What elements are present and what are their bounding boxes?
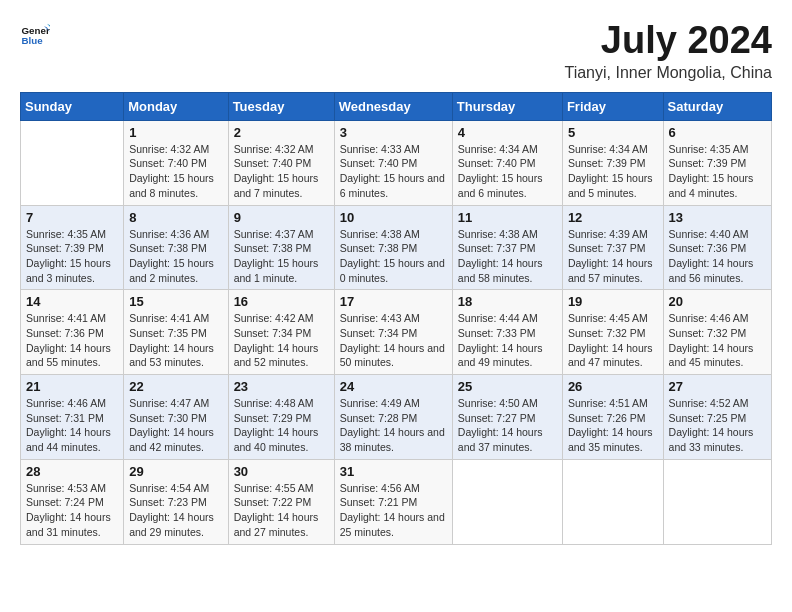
day-number: 4: [458, 125, 557, 140]
sunset-text: Sunset: 7:35 PM: [129, 326, 222, 341]
day-detail: Sunrise: 4:38 AMSunset: 7:38 PMDaylight:…: [340, 227, 447, 286]
day-detail: Sunrise: 4:38 AMSunset: 7:37 PMDaylight:…: [458, 227, 557, 286]
sunset-text: Sunset: 7:40 PM: [129, 156, 222, 171]
sunrise-text: Sunrise: 4:54 AM: [129, 481, 222, 496]
sunrise-text: Sunrise: 4:32 AM: [234, 142, 329, 157]
day-number: 8: [129, 210, 222, 225]
daylight-text: Daylight: 14 hours and 52 minutes.: [234, 341, 329, 370]
day-cell: 3Sunrise: 4:33 AMSunset: 7:40 PMDaylight…: [334, 120, 452, 205]
day-cell: [562, 459, 663, 544]
sunrise-text: Sunrise: 4:41 AM: [26, 311, 118, 326]
sunrise-text: Sunrise: 4:39 AM: [568, 227, 658, 242]
daylight-text: Daylight: 14 hours and 55 minutes.: [26, 341, 118, 370]
day-cell: 1Sunrise: 4:32 AMSunset: 7:40 PMDaylight…: [124, 120, 228, 205]
day-cell: 10Sunrise: 4:38 AMSunset: 7:38 PMDayligh…: [334, 205, 452, 290]
svg-text:Blue: Blue: [22, 35, 44, 46]
day-number: 26: [568, 379, 658, 394]
sunrise-text: Sunrise: 4:35 AM: [26, 227, 118, 242]
day-cell: 8Sunrise: 4:36 AMSunset: 7:38 PMDaylight…: [124, 205, 228, 290]
logo: General Blue: [20, 20, 50, 50]
sunrise-text: Sunrise: 4:32 AM: [129, 142, 222, 157]
day-detail: Sunrise: 4:44 AMSunset: 7:33 PMDaylight:…: [458, 311, 557, 370]
day-number: 30: [234, 464, 329, 479]
sunrise-text: Sunrise: 4:49 AM: [340, 396, 447, 411]
day-detail: Sunrise: 4:46 AMSunset: 7:32 PMDaylight:…: [669, 311, 766, 370]
column-header-tuesday: Tuesday: [228, 92, 334, 120]
sunrise-text: Sunrise: 4:43 AM: [340, 311, 447, 326]
day-number: 13: [669, 210, 766, 225]
daylight-text: Daylight: 15 hours and 1 minute.: [234, 256, 329, 285]
day-number: 23: [234, 379, 329, 394]
week-row-4: 21Sunrise: 4:46 AMSunset: 7:31 PMDayligh…: [21, 375, 772, 460]
daylight-text: Daylight: 14 hours and 40 minutes.: [234, 425, 329, 454]
day-cell: 23Sunrise: 4:48 AMSunset: 7:29 PMDayligh…: [228, 375, 334, 460]
day-number: 9: [234, 210, 329, 225]
sunset-text: Sunset: 7:39 PM: [26, 241, 118, 256]
day-cell: 24Sunrise: 4:49 AMSunset: 7:28 PMDayligh…: [334, 375, 452, 460]
sunrise-text: Sunrise: 4:46 AM: [669, 311, 766, 326]
day-detail: Sunrise: 4:41 AMSunset: 7:35 PMDaylight:…: [129, 311, 222, 370]
daylight-text: Daylight: 14 hours and 29 minutes.: [129, 510, 222, 539]
daylight-text: Daylight: 15 hours and 4 minutes.: [669, 171, 766, 200]
sunset-text: Sunset: 7:23 PM: [129, 495, 222, 510]
main-title: July 2024: [564, 20, 772, 62]
day-cell: 22Sunrise: 4:47 AMSunset: 7:30 PMDayligh…: [124, 375, 228, 460]
sunrise-text: Sunrise: 4:48 AM: [234, 396, 329, 411]
day-cell: 18Sunrise: 4:44 AMSunset: 7:33 PMDayligh…: [452, 290, 562, 375]
logo-icon: General Blue: [20, 20, 50, 50]
day-cell: 19Sunrise: 4:45 AMSunset: 7:32 PMDayligh…: [562, 290, 663, 375]
sunset-text: Sunset: 7:32 PM: [669, 326, 766, 341]
week-row-3: 14Sunrise: 4:41 AMSunset: 7:36 PMDayligh…: [21, 290, 772, 375]
day-detail: Sunrise: 4:34 AMSunset: 7:40 PMDaylight:…: [458, 142, 557, 201]
day-detail: Sunrise: 4:55 AMSunset: 7:22 PMDaylight:…: [234, 481, 329, 540]
daylight-text: Daylight: 14 hours and 58 minutes.: [458, 256, 557, 285]
sunrise-text: Sunrise: 4:50 AM: [458, 396, 557, 411]
day-number: 11: [458, 210, 557, 225]
daylight-text: Daylight: 14 hours and 33 minutes.: [669, 425, 766, 454]
week-row-1: 1Sunrise: 4:32 AMSunset: 7:40 PMDaylight…: [21, 120, 772, 205]
sunset-text: Sunset: 7:38 PM: [129, 241, 222, 256]
day-cell: 2Sunrise: 4:32 AMSunset: 7:40 PMDaylight…: [228, 120, 334, 205]
daylight-text: Daylight: 14 hours and 31 minutes.: [26, 510, 118, 539]
column-header-sunday: Sunday: [21, 92, 124, 120]
daylight-text: Daylight: 15 hours and 7 minutes.: [234, 171, 329, 200]
day-number: 17: [340, 294, 447, 309]
day-cell: 28Sunrise: 4:53 AMSunset: 7:24 PMDayligh…: [21, 459, 124, 544]
day-number: 20: [669, 294, 766, 309]
sunrise-text: Sunrise: 4:42 AM: [234, 311, 329, 326]
day-detail: Sunrise: 4:37 AMSunset: 7:38 PMDaylight:…: [234, 227, 329, 286]
daylight-text: Daylight: 14 hours and 44 minutes.: [26, 425, 118, 454]
day-cell: [21, 120, 124, 205]
daylight-text: Daylight: 14 hours and 42 minutes.: [129, 425, 222, 454]
day-cell: 5Sunrise: 4:34 AMSunset: 7:39 PMDaylight…: [562, 120, 663, 205]
daylight-text: Daylight: 14 hours and 47 minutes.: [568, 341, 658, 370]
sunrise-text: Sunrise: 4:33 AM: [340, 142, 447, 157]
sunset-text: Sunset: 7:21 PM: [340, 495, 447, 510]
daylight-text: Daylight: 15 hours and 6 minutes.: [458, 171, 557, 200]
day-detail: Sunrise: 4:42 AMSunset: 7:34 PMDaylight:…: [234, 311, 329, 370]
day-cell: 27Sunrise: 4:52 AMSunset: 7:25 PMDayligh…: [663, 375, 771, 460]
day-detail: Sunrise: 4:39 AMSunset: 7:37 PMDaylight:…: [568, 227, 658, 286]
sunset-text: Sunset: 7:40 PM: [234, 156, 329, 171]
day-detail: Sunrise: 4:36 AMSunset: 7:38 PMDaylight:…: [129, 227, 222, 286]
day-number: 19: [568, 294, 658, 309]
svg-text:General: General: [22, 25, 51, 36]
sunset-text: Sunset: 7:37 PM: [568, 241, 658, 256]
sunrise-text: Sunrise: 4:52 AM: [669, 396, 766, 411]
day-cell: [663, 459, 771, 544]
sunset-text: Sunset: 7:28 PM: [340, 411, 447, 426]
day-number: 24: [340, 379, 447, 394]
day-cell: 26Sunrise: 4:51 AMSunset: 7:26 PMDayligh…: [562, 375, 663, 460]
day-number: 5: [568, 125, 658, 140]
daylight-text: Daylight: 14 hours and 27 minutes.: [234, 510, 329, 539]
sunset-text: Sunset: 7:34 PM: [340, 326, 447, 341]
sunset-text: Sunset: 7:37 PM: [458, 241, 557, 256]
sunrise-text: Sunrise: 4:53 AM: [26, 481, 118, 496]
day-cell: 6Sunrise: 4:35 AMSunset: 7:39 PMDaylight…: [663, 120, 771, 205]
day-number: 1: [129, 125, 222, 140]
day-detail: Sunrise: 4:32 AMSunset: 7:40 PMDaylight:…: [234, 142, 329, 201]
day-number: 16: [234, 294, 329, 309]
week-row-5: 28Sunrise: 4:53 AMSunset: 7:24 PMDayligh…: [21, 459, 772, 544]
day-number: 29: [129, 464, 222, 479]
day-number: 25: [458, 379, 557, 394]
